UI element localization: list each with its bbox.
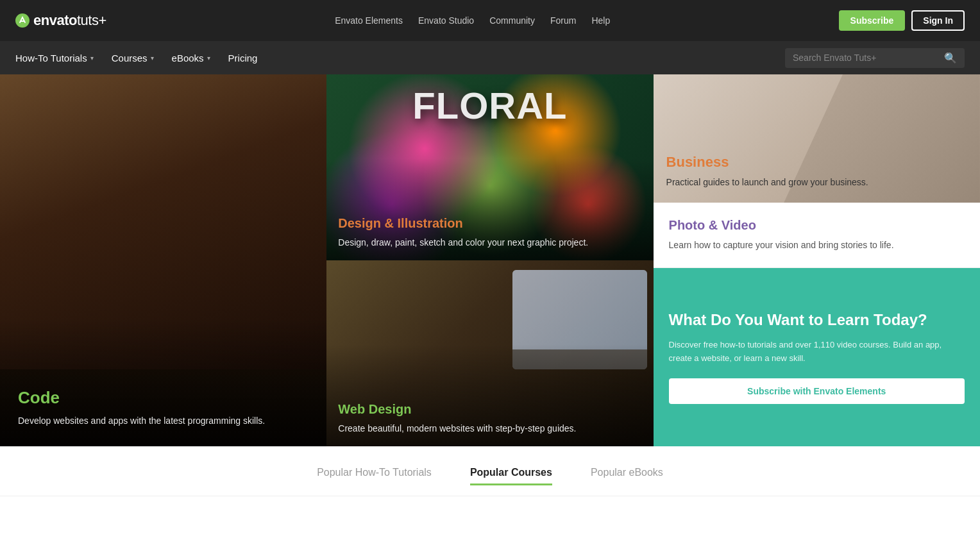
webdesign-description: Create beautiful, modern websites with s… [338,422,646,436]
logo[interactable]: envatotuts+ [15,12,106,29]
secondary-nav-links: How-To Tutorials ▾ Courses ▾ eBooks ▾ Pr… [15,53,257,63]
code-description: Develop websites and apps with the lates… [18,414,314,428]
nav-link-community[interactable]: Community [489,15,535,26]
nav-item-pricing[interactable]: Pricing [228,53,258,63]
pricing-label: Pricing [228,53,258,63]
ebooks-label: eBooks [172,53,204,63]
svg-point-0 [15,13,30,28]
photo-video-title: Photo & Video [669,218,965,233]
design-text-content: Design & Illustration Design, draw, pain… [338,216,646,250]
nav-item-courses[interactable]: Courses ▾ [112,53,154,63]
webdesign-title: Web Design [338,402,646,417]
design-description: Design, draw, paint, sketch and color yo… [338,236,646,250]
design-title: Design & Illustration [338,216,646,231]
nav-link-envato-studio[interactable]: Envato Studio [418,15,474,26]
search-icon: 🔍 [944,52,957,64]
panel-code[interactable]: Code Develop websites and apps with the … [0,74,326,446]
tab-popular-courses[interactable]: Popular Courses [470,467,552,485]
right-column: Business Practical guides to launch and … [654,74,980,446]
business-text-content: Business Practical guides to launch and … [666,154,967,190]
signin-button[interactable]: Sign In [911,10,965,31]
middle-column: FLORAL Design & Illustration Design, dra… [326,74,653,446]
search-bar: 🔍 [785,48,965,68]
cta-description: Discover free how-to tutorials and over … [669,339,965,366]
logo-text: envatotuts+ [33,12,106,29]
top-navigation: envatotuts+ Envato Elements Envato Studi… [0,0,980,41]
cta-subscribe-button[interactable]: Subscribe with Envato Elements [669,378,965,404]
panel-web-design[interactable]: Web Design Create beautiful, modern webs… [326,260,653,446]
courses-label: Courses [112,53,148,63]
photo-video-description: Learn how to capture your vision and bri… [669,238,965,252]
nav-link-forum[interactable]: Forum [550,15,576,26]
nav-item-ebooks[interactable]: eBooks ▾ [172,53,210,63]
floral-letters: FLORAL [412,84,567,127]
main-content-area: Code Develop websites and apps with the … [0,74,980,446]
panel-cta: What Do You Want to Learn Today? Discove… [654,268,980,446]
business-title: Business [666,154,967,171]
how-to-tutorials-label: How-To Tutorials [15,53,87,63]
top-nav-actions: Subscribe Sign In [839,10,965,31]
business-description: Practical guides to launch and grow your… [666,176,967,190]
chevron-down-icon: ▾ [90,55,94,62]
laptop-screen [512,270,647,349]
tabs-section: Popular How-To Tutorials Popular Courses… [0,446,980,496]
code-text-content: Code Develop websites and apps with the … [18,388,314,428]
panel-design-illustration[interactable]: FLORAL Design & Illustration Design, dra… [326,74,653,260]
envato-logo-icon [15,13,30,28]
tab-popular-ebooks[interactable]: Popular eBooks [591,467,663,485]
top-nav-links: Envato Elements Envato Studio Community … [335,15,610,26]
nav-item-how-to-tutorials[interactable]: How-To Tutorials ▾ [15,53,94,63]
tabs-row: Popular How-To Tutorials Popular Courses… [0,467,980,496]
subscribe-button[interactable]: Subscribe [839,10,906,31]
panel-business[interactable]: Business Practical guides to launch and … [654,74,980,203]
tab-popular-how-to[interactable]: Popular How-To Tutorials [317,467,432,485]
search-input[interactable] [793,53,939,63]
nav-link-help[interactable]: Help [591,15,610,26]
nav-link-envato-elements[interactable]: Envato Elements [335,15,403,26]
panel-photo-video[interactable]: Photo & Video Learn how to capture your … [654,203,980,268]
cta-title: What Do You Want to Learn Today? [669,310,965,330]
webdesign-text-content: Web Design Create beautiful, modern webs… [338,402,646,436]
chevron-down-icon: ▾ [207,55,210,62]
code-title: Code [18,388,314,408]
secondary-navigation: How-To Tutorials ▾ Courses ▾ eBooks ▾ Pr… [0,41,980,74]
chevron-down-icon: ▾ [151,55,154,62]
